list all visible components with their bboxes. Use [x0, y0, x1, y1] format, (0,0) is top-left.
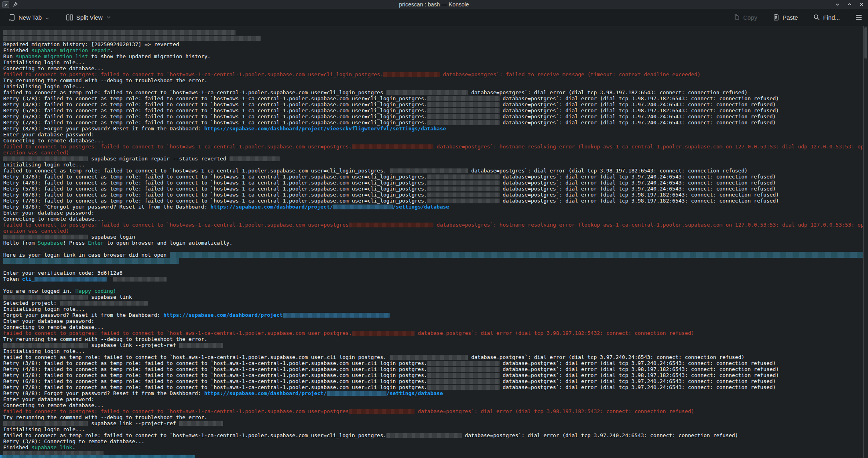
terminal-output[interactable]: Repaired migration history: [20250924020… [0, 26, 864, 458]
new-tab-label: New Tab [18, 14, 42, 21]
terminal-text: database=postgres`: dial error (dial tcp… [500, 372, 779, 378]
copy-icon [733, 14, 740, 21]
terminal-text: failed to connect as temp role: failed t… [3, 89, 386, 95]
pin-icon[interactable] [12, 2, 18, 7]
terminal-text: Initialising login role... [3, 426, 85, 432]
scrollbar-track[interactable] [863, 26, 868, 458]
terminal-link[interactable]: https://supabase.com/dashboard/project/ [204, 390, 327, 396]
terminal-text: Retry (4/8): failed to connect as temp r… [3, 180, 427, 186]
terminal-link[interactable]: /settings/database [393, 204, 449, 210]
terminal-text: Try rerunning the command with --debug t… [3, 414, 207, 420]
terminal-line: Retry (3/8): Connecting to remote databa… [3, 438, 864, 444]
window-title: pricescan : bash — Konsole [0, 1, 868, 8]
terminal-line [3, 264, 864, 270]
terminal-line: Repaired migration history: [20250924020… [3, 41, 864, 47]
hamburger-menu-button[interactable] [852, 12, 862, 23]
redacted-text [35, 277, 107, 282]
terminal-link[interactable]: https://supabase.com/dashboard/project/ [211, 204, 333, 210]
terminal-line [3, 246, 864, 252]
terminal-text: database=postgres`: dial error (dial tcp… [500, 198, 779, 204]
minimize-button[interactable] [834, 1, 841, 8]
redacted-text [427, 361, 500, 366]
terminal-text: failed to connect to postgres: failed to… [3, 330, 352, 336]
terminal-text: Connecting to remote database... [3, 65, 104, 71]
terminal-text: Finished [3, 444, 31, 450]
terminal-link[interactable]: cli_ [22, 276, 35, 282]
terminal-text: failed to connect to postgres: failed to… [3, 71, 383, 77]
terminal-text: failed to connect as temp role: failed t… [3, 168, 390, 174]
split-view-button[interactable]: Split View [63, 11, 114, 24]
terminal-text: Enter [88, 240, 104, 246]
copy-button[interactable]: Copy [730, 11, 760, 23]
maximize-button[interactable] [846, 1, 853, 8]
terminal-text: database=postgres`: dial error (dial tcp… [500, 113, 776, 120]
new-tab-button[interactable]: New Tab [5, 11, 52, 24]
terminal-text: Initialising login role... [3, 59, 85, 65]
terminal-text: Happy coding! [75, 288, 116, 294]
terminal-text: Retry (3/8): failed to connect as temp r… [3, 360, 427, 366]
terminal-text: Retry (8/8): Forgot your password? Reset… [3, 390, 204, 396]
redacted-text [3, 343, 88, 348]
redacted-text [427, 108, 500, 113]
terminal-line: Retry (4/8): failed to connect as temp r… [3, 366, 864, 372]
redacted-text [427, 379, 500, 384]
terminal-line: Connecting to remote database... [3, 216, 864, 222]
terminal-link[interactable]: https://supabase.com/dashboard/project [163, 312, 283, 318]
terminal-line: eration was canceled) [3, 150, 864, 156]
terminal-text: Retry (5/8): failed to connect as temp r… [3, 372, 427, 378]
terminal-text: database=postgres`: dial error (dial tcp… [500, 180, 776, 186]
terminal-text: database=postgres`: dial error (dial tcp… [415, 408, 694, 414]
terminal-line: Try rerunning the command with --debug t… [3, 336, 864, 342]
terminal-text: Enter your database password: [3, 132, 94, 138]
paste-button[interactable]: Paste [769, 11, 801, 23]
konsole-app-icon[interactable]: > [2, 1, 9, 8]
terminal-line: failed to connect to postgres: failed to… [3, 408, 864, 414]
terminal-line: failed to connect to postgres: failed to… [3, 144, 864, 150]
terminal-line [3, 258, 864, 264]
terminal-text: Initialising login role... [3, 348, 85, 354]
terminal-text: database=postgres`: dial error (dial tcp… [415, 330, 694, 336]
redacted-text [327, 391, 386, 396]
redacted-text [352, 144, 433, 149]
find-label: Find... [823, 14, 840, 21]
terminal-text: supabase link --project-ref [88, 342, 179, 348]
terminal-line [3, 282, 864, 288]
terminal-text: supabase link [88, 294, 132, 300]
terminal-text: database=postgres`: dial error (dial tcp… [468, 168, 748, 174]
redacted-text [427, 186, 500, 191]
terminal-line: Initialising login role... [3, 162, 864, 168]
terminal-line: Enter your verification code: 3d6f12a6 [3, 270, 864, 276]
terminal-line: Connecting to remote database... [3, 402, 864, 408]
terminal-line: failed to connect as temp role: failed t… [3, 432, 864, 438]
terminal-text: database=postgres`: dial error (dial tcp… [500, 101, 776, 107]
terminal-text: Retry (5/8): failed to connect as temp r… [3, 186, 427, 192]
scrollbar-thumb[interactable] [864, 27, 867, 59]
terminal-line: Enter your database password: [3, 210, 864, 216]
terminal-line: failed to connect to postgres: failed to… [3, 330, 864, 336]
terminal-text: Enter your database password: [3, 318, 94, 324]
terminal-text: database=postgres`: dial error (dial tcp… [500, 192, 779, 198]
redacted-text [427, 174, 500, 179]
terminal-line: Run supabase migration list to show the … [3, 53, 864, 59]
redacted-text [427, 193, 500, 197]
terminal-link[interactable]: https://supabase.com/dashboard/project/v… [204, 126, 446, 132]
terminal-text [107, 276, 113, 282]
terminal-link[interactable]: /settings/database [386, 390, 443, 396]
terminal-line: Initialising login role... [3, 59, 864, 65]
hamburger-menu-icon [855, 14, 862, 20]
close-button[interactable] [858, 1, 865, 8]
redacted-text [179, 421, 223, 426]
terminal-text: Retry (6/8): failed to connect as temp r… [3, 192, 427, 198]
terminal-text: Here is your login link in case browser … [3, 252, 170, 258]
chevron-down-icon [45, 17, 49, 20]
terminal-line: Enter your database password: [3, 396, 864, 402]
find-button[interactable]: Find... [810, 11, 843, 23]
terminal-text: . [110, 47, 113, 53]
terminal-line: Initialising login role... [3, 83, 864, 89]
terminal-line: You are now logged in. Happy coding! [3, 288, 864, 294]
terminal-text: Retry (6/8): failed to connect as temp r… [3, 378, 427, 384]
terminal-text: Connecting to remote database... [3, 324, 104, 330]
terminal-text: supabase migration list [16, 53, 88, 59]
redacted-text [427, 102, 500, 107]
redacted-text [3, 36, 261, 41]
